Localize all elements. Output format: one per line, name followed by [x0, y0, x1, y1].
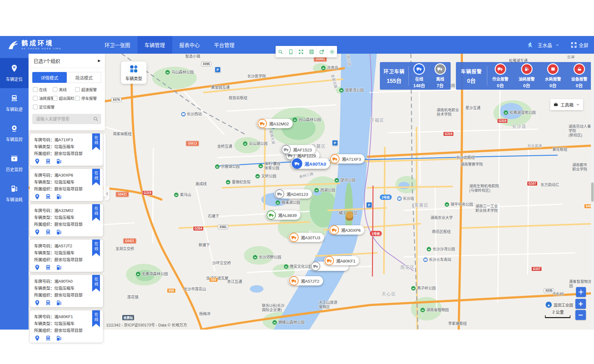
checkbox-icon[interactable]	[53, 96, 57, 101]
fuel-icon[interactable]	[56, 158, 62, 166]
sidebar-item-car-pin[interactable]: 车辆定位	[0, 58, 29, 88]
stat-item-label: 油耗报警	[519, 76, 535, 82]
fuel-icon[interactable]	[56, 335, 62, 343]
locate-icon[interactable]	[34, 158, 40, 166]
park-icon	[272, 320, 277, 325]
org-expand-arrow-icon[interactable]: ▶	[98, 59, 101, 63]
fuel-icon[interactable]	[56, 229, 62, 236]
locate-icon[interactable]	[34, 194, 40, 201]
sidebar-item-fuel[interactable]: 车辆油耗	[0, 178, 29, 209]
stat-item: 离线7台	[430, 63, 451, 88]
vehicle-type: 车辆类型：垃圾压缩车	[34, 320, 99, 327]
toolbox-button[interactable]: 工具箱	[550, 99, 583, 110]
vehicle-marker[interactable]: 湘AL8839	[266, 210, 300, 220]
map-label-text: 索马山	[180, 193, 191, 197]
road-badge: 2号线	[380, 195, 392, 200]
fleet-stat-card-count: 155台	[387, 76, 402, 84]
filter-checkbox[interactable]: 停车报警	[75, 95, 105, 101]
truck-icon	[289, 276, 299, 285]
vehicle-card[interactable]: 车牌号码：湘A57JT2车辆类型：垃圾压缩车所属组织：厨余垃圾项目部在线	[30, 240, 103, 272]
vehicle-marker[interactable]: 湘A32M02	[257, 119, 293, 128]
map-canvas[interactable]: 智造小镇乌山森林公园长沙医学院黄金园互通月亮岛银星湾公园观音岩枢纽M长沙西站M麓…	[29, 54, 594, 330]
vehicle-marker[interactable]: 湘A80KF1	[324, 256, 359, 265]
blue-pin-label: ▲ 蓝田工业园	[545, 301, 573, 308]
vehicle-marker[interactable]: 湘A57JT2	[289, 276, 323, 285]
vehicle-card[interactable]: 车牌号码：湘A80KF1车辆类型：垃圾压缩车所属组织：厨余垃圾项目部在线	[30, 310, 103, 343]
zoom-in-button[interactable]: +	[575, 299, 586, 309]
track-icon[interactable]	[45, 158, 51, 166]
vehicle-card[interactable]: 车牌号码：湘A71XF3车辆类型：垃圾压缩车所属组织：厨余垃圾项目部在线	[30, 133, 103, 166]
panel-scrollbar[interactable]	[103, 133, 106, 197]
vehicle-type-button[interactable]: 车辆类型	[121, 61, 146, 84]
chevron-down-icon[interactable]	[555, 43, 560, 47]
locate-icon[interactable]	[34, 264, 40, 272]
nav-item-1[interactable]: 环卫一张图	[97, 36, 137, 54]
vehicle-marker[interactable]: 湘A90TA0	[291, 158, 330, 169]
zoom-out-button[interactable]: −	[575, 310, 586, 320]
locate-icon[interactable]	[34, 335, 40, 343]
search-icon[interactable]	[93, 116, 98, 122]
track-icon[interactable]	[45, 335, 51, 343]
track-icon[interactable]	[45, 194, 51, 201]
map-label-text: 星沙互通	[466, 106, 480, 110]
tab-mode-2[interactable]: 简洁模式	[67, 72, 101, 83]
vehicle-card[interactable]: 车牌号码：湘A30XP6车辆类型：垃圾压缩车所属组织：厨余垃圾项目部在线	[30, 169, 103, 201]
fuel-icon[interactable]	[56, 300, 62, 307]
track-icon[interactable]	[45, 229, 51, 236]
locate-button[interactable]	[576, 287, 586, 297]
vehicle-plate: 车牌号码：湘A71XF3	[34, 137, 99, 143]
vehicle-card[interactable]: 车牌号码：湘A32M02车辆类型：垃圾压缩车所属组织：厨余垃圾项目部在线	[30, 204, 103, 236]
road-badge: 收费站	[122, 315, 134, 320]
fullscreen-button[interactable]: 全屏	[571, 42, 588, 48]
checkbox-icon[interactable]	[33, 87, 38, 92]
vehicle-marker[interactable]: 湘A30XP6	[329, 225, 364, 235]
checkbox-icon[interactable]	[75, 96, 80, 101]
map-label: 乐喜湖公园	[215, 164, 240, 169]
expand-icon[interactable]	[296, 46, 306, 57]
export-icon[interactable]	[317, 46, 327, 57]
settings-icon[interactable]	[327, 46, 337, 57]
vehicle-marker[interactable]: 湘AF1523	[281, 145, 316, 154]
save-icon[interactable]	[307, 46, 317, 57]
page-scrollbar[interactable]	[591, 54, 594, 330]
road-badge: G354	[193, 226, 204, 231]
filter-checkbox[interactable]: 油耗报警	[33, 95, 53, 101]
checkbox-icon[interactable]	[33, 105, 38, 109]
vehicle-card[interactable]: 车牌号码：湘A90TA0车辆类型：垃圾压缩车所属组织：厨余垃圾项目部在线	[30, 275, 103, 307]
search-input[interactable]	[32, 114, 101, 124]
org-selector[interactable]: 已选7个组织 ▶	[29, 54, 105, 68]
vehicle-marker[interactable]: 湘A71XF3	[330, 154, 365, 164]
page-scrollbar-thumb[interactable]	[591, 182, 594, 202]
filter-checkbox[interactable]: 超速报警	[75, 87, 105, 92]
map-label-text: 乐喜湖公园	[221, 164, 240, 169]
checkbox-icon[interactable]	[75, 87, 80, 92]
sidebar-item-camera[interactable]: 车辆监控	[0, 118, 29, 148]
filter-checkbox[interactable]: 超出围栏	[53, 95, 75, 101]
road-badge: 1号线	[370, 231, 382, 236]
nav-item-3[interactable]: 报表中心	[172, 36, 207, 54]
zoom-search-icon[interactable]	[276, 46, 286, 57]
user-avatar[interactable]	[526, 41, 534, 49]
locate-icon[interactable]	[34, 229, 40, 236]
sidebar-item-track[interactable]: 车辆轨迹	[0, 88, 29, 118]
checkbox-icon[interactable]	[33, 96, 38, 101]
user-name[interactable]: 王水晶	[538, 42, 552, 48]
sidebar-item-video[interactable]: 历史监控	[0, 148, 29, 178]
vehicle-marker[interactable]: 湘A30TU3	[289, 233, 324, 242]
metro-station-icon: M	[397, 196, 402, 201]
fuel-icon[interactable]	[56, 264, 62, 272]
filter-checkbox[interactable]: 定位报警	[33, 104, 53, 110]
map-label-text: 月亮岛	[327, 66, 338, 70]
vehicle-marker[interactable]: 湘AD40123	[274, 189, 312, 199]
tab-mode-1[interactable]: 详情模式	[32, 72, 67, 83]
track-icon[interactable]	[45, 300, 51, 307]
mobile-icon[interactable]	[286, 46, 296, 57]
fuel-icon[interactable]	[56, 194, 62, 201]
track-icon[interactable]	[45, 264, 51, 272]
nav-item-4[interactable]: 平台管理	[207, 36, 242, 54]
checkbox-icon[interactable]	[53, 87, 57, 92]
filter-checkbox[interactable]: 在线	[33, 87, 53, 92]
nav-item-2[interactable]: 车辆管理	[137, 36, 172, 54]
locate-icon[interactable]	[34, 300, 40, 307]
filter-checkbox[interactable]: 离线	[53, 87, 75, 92]
